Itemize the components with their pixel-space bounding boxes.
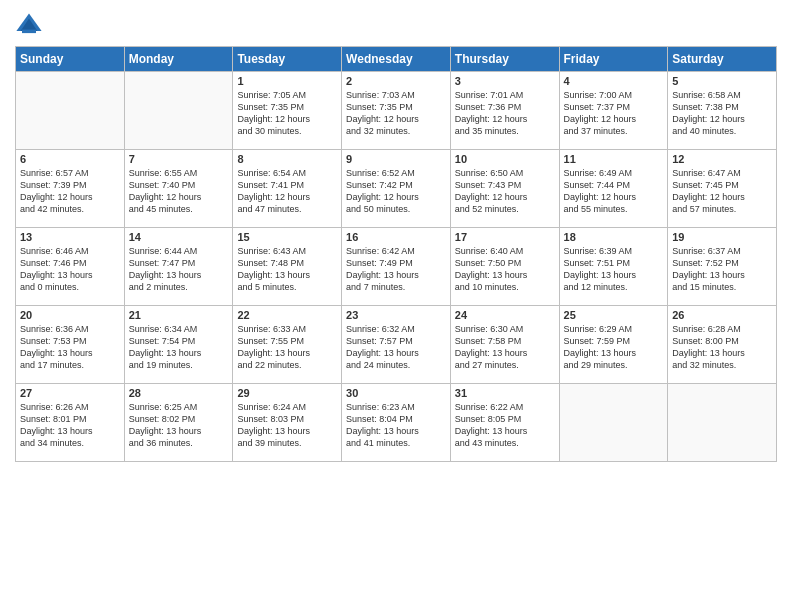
day-number: 25 <box>564 309 664 321</box>
calendar-cell: 22Sunrise: 6:33 AM Sunset: 7:55 PM Dayli… <box>233 306 342 384</box>
day-number: 4 <box>564 75 664 87</box>
calendar-cell: 25Sunrise: 6:29 AM Sunset: 7:59 PM Dayli… <box>559 306 668 384</box>
calendar-cell: 29Sunrise: 6:24 AM Sunset: 8:03 PM Dayli… <box>233 384 342 462</box>
day-info: Sunrise: 6:54 AM Sunset: 7:41 PM Dayligh… <box>237 167 337 216</box>
day-number: 18 <box>564 231 664 243</box>
svg-rect-2 <box>22 30 36 33</box>
day-info: Sunrise: 6:30 AM Sunset: 7:58 PM Dayligh… <box>455 323 555 372</box>
calendar-cell <box>124 72 233 150</box>
day-info: Sunrise: 6:29 AM Sunset: 7:59 PM Dayligh… <box>564 323 664 372</box>
calendar-cell: 27Sunrise: 6:26 AM Sunset: 8:01 PM Dayli… <box>16 384 125 462</box>
day-number: 6 <box>20 153 120 165</box>
day-number: 11 <box>564 153 664 165</box>
logo <box>15 10 47 38</box>
day-number: 24 <box>455 309 555 321</box>
calendar-cell: 30Sunrise: 6:23 AM Sunset: 8:04 PM Dayli… <box>342 384 451 462</box>
day-number: 28 <box>129 387 229 399</box>
day-number: 26 <box>672 309 772 321</box>
day-info: Sunrise: 6:43 AM Sunset: 7:48 PM Dayligh… <box>237 245 337 294</box>
day-number: 17 <box>455 231 555 243</box>
calendar-cell <box>16 72 125 150</box>
day-number: 20 <box>20 309 120 321</box>
calendar-cell: 12Sunrise: 6:47 AM Sunset: 7:45 PM Dayli… <box>668 150 777 228</box>
calendar-cell: 15Sunrise: 6:43 AM Sunset: 7:48 PM Dayli… <box>233 228 342 306</box>
day-number: 12 <box>672 153 772 165</box>
calendar-cell: 20Sunrise: 6:36 AM Sunset: 7:53 PM Dayli… <box>16 306 125 384</box>
day-number: 19 <box>672 231 772 243</box>
day-info: Sunrise: 6:28 AM Sunset: 8:00 PM Dayligh… <box>672 323 772 372</box>
calendar-cell: 5Sunrise: 6:58 AM Sunset: 7:38 PM Daylig… <box>668 72 777 150</box>
calendar-cell: 3Sunrise: 7:01 AM Sunset: 7:36 PM Daylig… <box>450 72 559 150</box>
day-info: Sunrise: 6:33 AM Sunset: 7:55 PM Dayligh… <box>237 323 337 372</box>
weekday-thursday: Thursday <box>450 47 559 72</box>
calendar-cell: 9Sunrise: 6:52 AM Sunset: 7:42 PM Daylig… <box>342 150 451 228</box>
page: SundayMondayTuesdayWednesdayThursdayFrid… <box>0 0 792 612</box>
day-number: 1 <box>237 75 337 87</box>
day-info: Sunrise: 6:26 AM Sunset: 8:01 PM Dayligh… <box>20 401 120 450</box>
day-number: 10 <box>455 153 555 165</box>
calendar-week-0: 1Sunrise: 7:05 AM Sunset: 7:35 PM Daylig… <box>16 72 777 150</box>
calendar-cell: 19Sunrise: 6:37 AM Sunset: 7:52 PM Dayli… <box>668 228 777 306</box>
calendar-cell: 28Sunrise: 6:25 AM Sunset: 8:02 PM Dayli… <box>124 384 233 462</box>
calendar-cell: 6Sunrise: 6:57 AM Sunset: 7:39 PM Daylig… <box>16 150 125 228</box>
day-info: Sunrise: 6:37 AM Sunset: 7:52 PM Dayligh… <box>672 245 772 294</box>
calendar-cell: 21Sunrise: 6:34 AM Sunset: 7:54 PM Dayli… <box>124 306 233 384</box>
day-number: 5 <box>672 75 772 87</box>
calendar-cell: 14Sunrise: 6:44 AM Sunset: 7:47 PM Dayli… <box>124 228 233 306</box>
day-number: 7 <box>129 153 229 165</box>
calendar-week-4: 27Sunrise: 6:26 AM Sunset: 8:01 PM Dayli… <box>16 384 777 462</box>
day-info: Sunrise: 6:57 AM Sunset: 7:39 PM Dayligh… <box>20 167 120 216</box>
calendar-cell: 2Sunrise: 7:03 AM Sunset: 7:35 PM Daylig… <box>342 72 451 150</box>
calendar-cell: 17Sunrise: 6:40 AM Sunset: 7:50 PM Dayli… <box>450 228 559 306</box>
day-number: 29 <box>237 387 337 399</box>
calendar-cell <box>668 384 777 462</box>
calendar-cell: 7Sunrise: 6:55 AM Sunset: 7:40 PM Daylig… <box>124 150 233 228</box>
day-number: 31 <box>455 387 555 399</box>
day-info: Sunrise: 6:25 AM Sunset: 8:02 PM Dayligh… <box>129 401 229 450</box>
day-number: 21 <box>129 309 229 321</box>
calendar-cell: 10Sunrise: 6:50 AM Sunset: 7:43 PM Dayli… <box>450 150 559 228</box>
day-info: Sunrise: 6:22 AM Sunset: 8:05 PM Dayligh… <box>455 401 555 450</box>
calendar-cell: 18Sunrise: 6:39 AM Sunset: 7:51 PM Dayli… <box>559 228 668 306</box>
day-number: 16 <box>346 231 446 243</box>
calendar-cell: 13Sunrise: 6:46 AM Sunset: 7:46 PM Dayli… <box>16 228 125 306</box>
day-number: 23 <box>346 309 446 321</box>
weekday-header-row: SundayMondayTuesdayWednesdayThursdayFrid… <box>16 47 777 72</box>
day-info: Sunrise: 6:55 AM Sunset: 7:40 PM Dayligh… <box>129 167 229 216</box>
day-number: 8 <box>237 153 337 165</box>
weekday-friday: Friday <box>559 47 668 72</box>
day-info: Sunrise: 6:58 AM Sunset: 7:38 PM Dayligh… <box>672 89 772 138</box>
day-info: Sunrise: 6:49 AM Sunset: 7:44 PM Dayligh… <box>564 167 664 216</box>
day-info: Sunrise: 6:24 AM Sunset: 8:03 PM Dayligh… <box>237 401 337 450</box>
day-number: 30 <box>346 387 446 399</box>
day-info: Sunrise: 6:36 AM Sunset: 7:53 PM Dayligh… <box>20 323 120 372</box>
weekday-sunday: Sunday <box>16 47 125 72</box>
day-info: Sunrise: 6:23 AM Sunset: 8:04 PM Dayligh… <box>346 401 446 450</box>
calendar-cell: 26Sunrise: 6:28 AM Sunset: 8:00 PM Dayli… <box>668 306 777 384</box>
day-info: Sunrise: 6:52 AM Sunset: 7:42 PM Dayligh… <box>346 167 446 216</box>
day-number: 14 <box>129 231 229 243</box>
day-info: Sunrise: 7:01 AM Sunset: 7:36 PM Dayligh… <box>455 89 555 138</box>
day-number: 27 <box>20 387 120 399</box>
day-info: Sunrise: 6:34 AM Sunset: 7:54 PM Dayligh… <box>129 323 229 372</box>
weekday-wednesday: Wednesday <box>342 47 451 72</box>
calendar-week-3: 20Sunrise: 6:36 AM Sunset: 7:53 PM Dayli… <box>16 306 777 384</box>
day-info: Sunrise: 7:00 AM Sunset: 7:37 PM Dayligh… <box>564 89 664 138</box>
day-info: Sunrise: 6:32 AM Sunset: 7:57 PM Dayligh… <box>346 323 446 372</box>
calendar-cell: 16Sunrise: 6:42 AM Sunset: 7:49 PM Dayli… <box>342 228 451 306</box>
calendar-table: SundayMondayTuesdayWednesdayThursdayFrid… <box>15 46 777 462</box>
day-info: Sunrise: 6:42 AM Sunset: 7:49 PM Dayligh… <box>346 245 446 294</box>
day-info: Sunrise: 6:44 AM Sunset: 7:47 PM Dayligh… <box>129 245 229 294</box>
calendar-week-1: 6Sunrise: 6:57 AM Sunset: 7:39 PM Daylig… <box>16 150 777 228</box>
day-info: Sunrise: 6:39 AM Sunset: 7:51 PM Dayligh… <box>564 245 664 294</box>
weekday-tuesday: Tuesday <box>233 47 342 72</box>
logo-icon <box>15 10 43 38</box>
calendar-cell: 31Sunrise: 6:22 AM Sunset: 8:05 PM Dayli… <box>450 384 559 462</box>
day-number: 3 <box>455 75 555 87</box>
day-info: Sunrise: 6:47 AM Sunset: 7:45 PM Dayligh… <box>672 167 772 216</box>
calendar-cell: 8Sunrise: 6:54 AM Sunset: 7:41 PM Daylig… <box>233 150 342 228</box>
calendar-cell: 4Sunrise: 7:00 AM Sunset: 7:37 PM Daylig… <box>559 72 668 150</box>
day-info: Sunrise: 7:03 AM Sunset: 7:35 PM Dayligh… <box>346 89 446 138</box>
calendar-cell: 11Sunrise: 6:49 AM Sunset: 7:44 PM Dayli… <box>559 150 668 228</box>
calendar-cell: 23Sunrise: 6:32 AM Sunset: 7:57 PM Dayli… <box>342 306 451 384</box>
